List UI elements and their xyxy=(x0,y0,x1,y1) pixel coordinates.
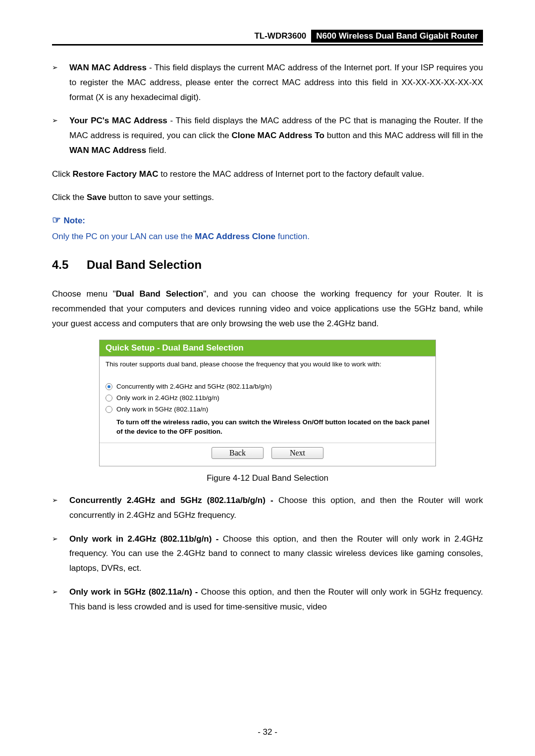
section-number: 4.5 xyxy=(52,258,87,272)
doc-header: TL-WDR3600 N600 Wireless Dual Band Gigab… xyxy=(52,30,483,46)
bold: MAC Address Clone xyxy=(195,232,275,241)
list-item: Only work in 5GHz (802.11a/n) - Choose t… xyxy=(52,585,483,614)
panel-description: This router supports dual band, please c… xyxy=(106,360,429,368)
figure-wrap: Quick Setup - Dual Band Selection This r… xyxy=(52,340,483,483)
list-item: Your PC's MAC Address - This field displ… xyxy=(52,113,483,157)
quick-setup-panel: Quick Setup - Dual Band Selection This r… xyxy=(99,340,436,466)
bold: Dual Band Selection xyxy=(116,289,204,299)
t3: field. xyxy=(146,146,166,155)
radio-option-concurrent[interactable]: Concurrently with 2.4GHz and 5GHz (802.1… xyxy=(106,381,429,392)
restore-paragraph: Click Restore Factory MAC to restore the… xyxy=(52,167,483,182)
section-heading: 4.5Dual Band Selection xyxy=(52,258,483,272)
radio-icon xyxy=(106,395,112,402)
header-title: N600 Wireless Dual Band Gigabit Router xyxy=(311,30,483,43)
txt: Only the PC on your LAN can use the xyxy=(52,232,195,241)
txt: Click the xyxy=(52,193,87,202)
panel-hint: To turn off the wireless radio, you can … xyxy=(106,415,429,443)
list-item: Concurrently 2.4GHz and 5GHz (802.11a/b/… xyxy=(52,493,483,523)
radio-label: Only work in 2.4GHz (802.11b/g/n) xyxy=(116,394,219,402)
txt: function. xyxy=(275,232,310,241)
bold: Restore Factory MAC xyxy=(73,169,159,179)
term: Only work in 5GHz (802.11a/n) - xyxy=(69,587,198,597)
page-number: - 32 - xyxy=(0,727,535,737)
radio-icon xyxy=(106,406,112,413)
txt: button to save your settings. xyxy=(107,193,214,202)
txt: Choose menu " xyxy=(52,289,116,299)
txt: to restore the MAC address of Internet p… xyxy=(158,169,424,179)
back-button[interactable]: Back xyxy=(212,447,264,459)
term: Your PC's MAC Address xyxy=(69,116,167,125)
header-model: TL-WDR3600 xyxy=(254,31,306,41)
bullet-list-top: WAN MAC Address - This field displays th… xyxy=(52,60,483,158)
bullet-list-bottom: Concurrently 2.4GHz and 5GHz (802.11a/b/… xyxy=(52,493,483,614)
term: Concurrently 2.4GHz and 5GHz (802.11a/b/… xyxy=(69,496,273,505)
note-body: Only the PC on your LAN can use the MAC … xyxy=(52,230,483,243)
radio-label: Only work in 5GHz (802.11a/n) xyxy=(116,405,208,413)
note-heading: Note: xyxy=(52,214,483,226)
t2: button and this MAC address will fill in… xyxy=(324,131,483,140)
list-item: WAN MAC Address - This field displays th… xyxy=(52,60,483,104)
bold2: WAN MAC Address xyxy=(69,146,146,155)
radio-label: Concurrently with 2.4GHz and 5GHz (802.1… xyxy=(116,383,272,390)
radio-option-5ghz[interactable]: Only work in 5GHz (802.11a/n) xyxy=(106,403,429,415)
section-title: Dual Band Selection xyxy=(87,258,202,271)
radio-icon xyxy=(106,383,112,390)
section-intro: Choose menu "Dual Band Selection", and y… xyxy=(52,287,483,331)
save-paragraph: Click the Save button to save your setti… xyxy=(52,190,483,205)
term: Only work in 2.4GHz (802.11b/g/n) - xyxy=(69,534,218,544)
bold: Save xyxy=(87,193,107,202)
bold1: Clone MAC Address To xyxy=(232,131,324,140)
radio-option-24ghz[interactable]: Only work in 2.4GHz (802.11b/g/n) xyxy=(106,392,429,403)
txt: Click xyxy=(52,169,73,179)
next-button[interactable]: Next xyxy=(271,447,323,459)
panel-title: Quick Setup - Dual Band Selection xyxy=(100,340,435,356)
list-item: Only work in 2.4GHz (802.11b/g/n) - Choo… xyxy=(52,532,483,576)
figure-caption: Figure 4-12 Dual Band Selection xyxy=(207,473,328,483)
button-row: Back Next xyxy=(100,443,435,465)
term: WAN MAC Address xyxy=(69,63,147,72)
